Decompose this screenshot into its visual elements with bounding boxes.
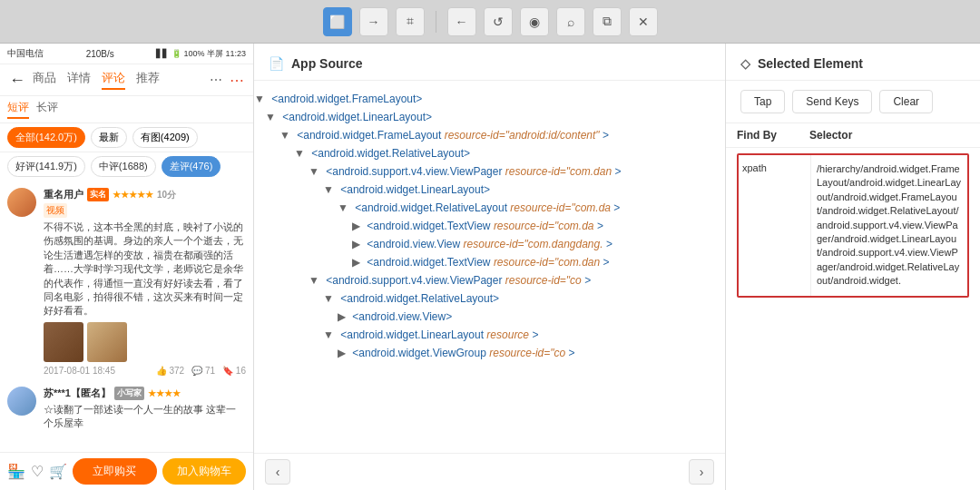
arrow-icon: ▼ <box>323 292 334 305</box>
close-button[interactable]: ✕ <box>629 7 658 36</box>
td-selector: /hierarchy/android.widget.FrameLayout/an… <box>811 155 967 296</box>
view-action: 🔖 16 <box>222 366 246 376</box>
arrow-icon: ▼ <box>254 93 265 105</box>
like-action[interactable]: 👍 372 <box>156 366 184 376</box>
add-to-cart-button[interactable]: 加入购物车 <box>162 458 247 485</box>
tag-close: > <box>597 220 603 232</box>
review-item: 重名用户 实名 ★★★★★ 10分 视频 不得不说，这本书全黑的封底，映衬了小说… <box>7 188 246 376</box>
tap-button[interactable]: Tap <box>740 90 785 113</box>
rating-medium[interactable]: 中评(1688) <box>91 156 156 177</box>
more-icon[interactable]: ⋯ <box>230 72 244 89</box>
review-user: 苏***1【匿名】 小写家 ★★★★ <box>44 387 246 400</box>
source-tree: ▼ <android.widget.FrameLayout> ▼ <androi… <box>254 81 725 453</box>
inspect-button[interactable]: ⬜ <box>323 7 352 36</box>
buy-button[interactable]: 立即购买 <box>73 458 157 485</box>
source-panel: 📄 App Source ▼ <android.widget.FrameLayo… <box>254 44 726 490</box>
vip-badge-writer: 小写家 <box>114 387 144 400</box>
source-title: App Source <box>291 56 363 71</box>
status-icons: ▋▋ 🔋 100% 半屏 11:23 <box>156 48 246 60</box>
td-find-by: xpath <box>739 155 811 296</box>
filter-all[interactable]: 全部(142.0万) <box>7 127 85 148</box>
nav-tabs: 商品 详情 评论 推荐 <box>33 70 202 90</box>
tree-node[interactable]: ▼ <android.widget.LinearLayout resource … <box>254 326 725 344</box>
copy-button[interactable]: ⧉ <box>593 7 622 36</box>
tag-close: > <box>606 238 612 250</box>
search-button[interactable]: ⌕ <box>556 7 585 36</box>
tag-label: <android.view.View> <box>352 310 452 323</box>
tag-label: <android.widget.TextView <box>367 220 494 232</box>
review-images <box>44 322 246 362</box>
tag-close: > <box>603 256 610 269</box>
source-icon: 📄 <box>269 56 284 71</box>
rating-good[interactable]: 好评(141.9万) <box>7 156 85 177</box>
find-by-table: Find By Selector xpath /hierarchy/androi… <box>726 123 980 490</box>
sub-tab-long[interactable]: 长评 <box>36 100 58 119</box>
toolbar: ⬜ → ⌗ ← ↺ ◉ ⌕ ⧉ ✕ <box>0 0 980 44</box>
tree-node[interactable]: ▼ <android.widget.RelativeLayout> <box>254 144 725 162</box>
sub-tab-bar: 短评 长评 <box>0 96 253 123</box>
tree-node[interactable]: ▶ <android.view.View> <box>254 308 725 326</box>
tag-close: > <box>614 165 621 178</box>
tree-node[interactable]: ▶ <android.widget.TextView resource-id="… <box>254 217 725 235</box>
arrow-icon: ▼ <box>323 328 334 341</box>
next-button[interactable]: › <box>689 459 714 485</box>
arrow-icon: ▼ <box>309 274 319 287</box>
refresh-button[interactable]: ↺ <box>484 7 513 36</box>
filter-latest[interactable]: 最新 <box>91 127 127 148</box>
avatar <box>7 387 36 416</box>
selected-icon: ◇ <box>740 56 750 71</box>
nav-back-button[interactable]: ← <box>9 71 25 90</box>
toolbar-divider <box>436 11 436 33</box>
nav-tab-goods[interactable]: 商品 <box>33 70 56 90</box>
prev-button[interactable]: ‹ <box>265 459 290 485</box>
arrow-icon: ▶ <box>352 238 360 250</box>
tree-node[interactable]: ▼ <android.widget.LinearLayout> <box>254 181 725 199</box>
back-button[interactable]: ← <box>447 7 476 36</box>
filter-with-image[interactable]: 有图(4209) <box>132 127 198 148</box>
tree-node[interactable]: ▶ <android.widget.TextView resource-id="… <box>254 253 725 271</box>
tree-node[interactable]: ▼ <android.widget.RelativeLayout resourc… <box>254 199 725 217</box>
nav-tab-recommend[interactable]: 推荐 <box>136 70 160 90</box>
store-icon[interactable]: 🏪 <box>7 463 25 480</box>
phone-nav-bar: ← 商品 详情 评论 推荐 ⋯ ⋯ <box>0 64 253 96</box>
send-keys-button[interactable]: Send Keys <box>792 90 872 113</box>
copy-icon: ⧉ <box>603 14 612 29</box>
nav-tab-detail[interactable]: 详情 <box>67 70 91 90</box>
eye-button[interactable]: ◉ <box>520 7 549 36</box>
tree-node[interactable]: ▼ <android.support.v4.view.ViewPager res… <box>254 162 725 181</box>
meta-actions: 👍 372 💬 71 🔖 16 <box>156 366 246 376</box>
tree-node[interactable]: ▶ <android.widget.ViewGroup resource-id=… <box>254 344 725 362</box>
attr-label: resource-id="com.dan <box>505 165 612 178</box>
tree-node[interactable]: ▼ <android.widget.FrameLayout resource-i… <box>254 126 725 144</box>
tag-label: <android.support.v4.view.ViewPager <box>326 165 505 178</box>
arrow-icon: → <box>368 15 380 29</box>
tree-node[interactable]: ▼ <android.widget.RelativeLayout> <box>254 289 725 308</box>
tree-node[interactable]: ▼ <android.widget.LinearLayout> <box>254 108 725 126</box>
clear-button[interactable]: Clear <box>879 90 933 113</box>
share-icon[interactable]: ⋯ <box>210 73 222 87</box>
review-image-1[interactable] <box>44 322 83 362</box>
vip-badge: 实名 <box>87 188 109 201</box>
tag-close: > <box>532 328 538 341</box>
tree-node[interactable]: ▼ <android.widget.FrameLayout> <box>254 90 725 108</box>
attr-label: resource-id="com.da <box>510 201 611 214</box>
rating-bad[interactable]: 差评(476) <box>162 156 221 177</box>
sub-tab-short[interactable]: 短评 <box>7 100 29 119</box>
back-icon: ← <box>456 15 468 29</box>
cart-icon[interactable]: 🛒 <box>49 463 67 480</box>
nav-tab-review[interactable]: 评论 <box>102 70 125 90</box>
table-body: xpath /hierarchy/android.widget.FrameLay… <box>726 148 980 490</box>
review-image-2[interactable] <box>87 322 127 362</box>
tree-node[interactable]: ▼ <android.support.v4.view.ViewPager res… <box>254 271 725 289</box>
selected-panel: ◇ Selected Element Tap Send Keys Clear F… <box>726 44 980 490</box>
camera-button[interactable]: ⌗ <box>396 7 425 36</box>
arrow-icon: ▶ <box>338 347 346 359</box>
favorites-icon[interactable]: ♡ <box>31 463 44 480</box>
arrow-button[interactable]: → <box>359 7 388 36</box>
attr-label: resource-id="com.dan <box>494 256 600 269</box>
review-text: 不得不说，这本书全黑的封底，映衬了小说的伤感氛围的基调。身边的亲人一个个逝去，无… <box>44 220 246 318</box>
review-body: 重名用户 实名 ★★★★★ 10分 视频 不得不说，这本书全黑的封底，映衬了小说… <box>44 188 246 376</box>
attr-label: resource-id="android:id/content" <box>445 129 600 142</box>
reply-action[interactable]: 💬 71 <box>191 366 215 376</box>
tree-node[interactable]: ▶ <android.view.View resource-id="com.da… <box>254 235 725 253</box>
